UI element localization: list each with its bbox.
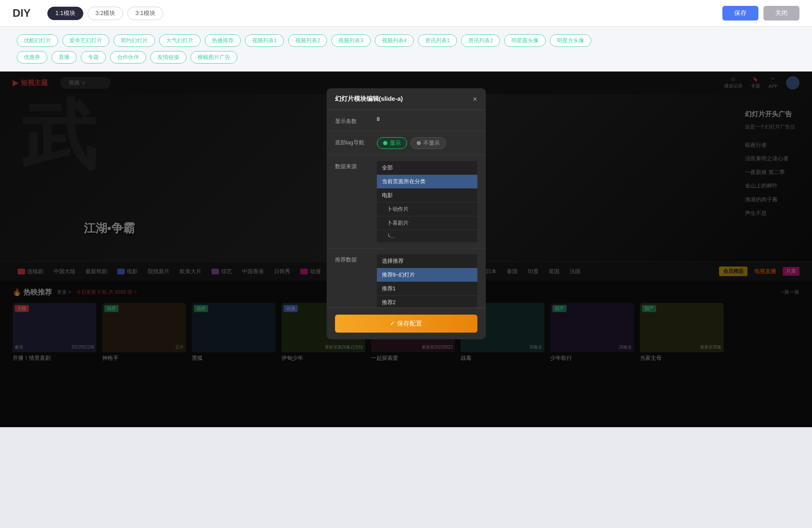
tag-item[interactable]: 热播推荐 [205, 34, 241, 47]
modal-close-button[interactable]: × [473, 95, 477, 103]
hide-dot [417, 141, 421, 145]
data-source-item[interactable]: 电影 [377, 189, 477, 202]
data-source-list: 全部当前页面所在分类电影卜动作片卜喜剧片└... [377, 161, 477, 242]
show-dot [383, 141, 387, 145]
recommend-item[interactable]: 选择推荐 [377, 254, 477, 268]
tag-item[interactable]: 简约幻灯片 [113, 34, 155, 47]
tag-item[interactable]: 优惠券 [17, 51, 47, 64]
modal-row-bottom-nav: 底部tag导航 显示 不显示 [327, 131, 486, 155]
recommend-item[interactable]: 推荐1 [377, 282, 477, 296]
tag-item[interactable]: 视频列表4 [375, 34, 414, 47]
recommend-item[interactable]: 推荐9~幻灯片 [377, 268, 477, 282]
modal-row-display-count: 显示条数 8 [327, 110, 486, 131]
show-label: 显示 [390, 139, 401, 147]
modal-row-data-source: 数据来源 全部当前页面所在分类电影卜动作片卜喜剧片└... [327, 155, 486, 249]
tag-item[interactable]: 合作伙伴 [110, 51, 146, 64]
modal-header: 幻灯片模块编辑(slide-a) × [327, 88, 486, 110]
tag-item[interactable]: 横幅图片广告 [191, 51, 237, 64]
top-bar: DIY 1:1模块 3:2模块 3:1模块 保存 关闭 [0, 0, 812, 27]
tag-item[interactable]: 视频列表2 [288, 34, 327, 47]
tag-area: 优酷幻灯片爱奇艺幻灯片简约幻灯片大气幻灯片热播推荐视频列表1视频列表2视频列表3… [0, 27, 812, 72]
modal-footer: ✓ 保存配置 [327, 308, 486, 339]
tag-item[interactable]: 视频列表1 [245, 34, 284, 47]
modal-body[interactable]: 显示条数 8 底部tag导航 显示 不显示 [327, 110, 486, 308]
data-source-item[interactable]: 全部 [377, 161, 477, 175]
data-source-item[interactable]: 卜喜剧片 [377, 216, 477, 230]
data-source-item[interactable]: 当前页面所在分类 [377, 175, 477, 189]
recommend-label: 推荐数据 [335, 254, 369, 264]
modal-dialog: 幻灯片模块编辑(slide-a) × 显示条数 8 底部tag导航 显示 [327, 88, 486, 339]
recommend-item[interactable]: 推荐2 [377, 296, 477, 308]
module-tabs: 1:1模块 3:2模块 3:1模块 [47, 7, 163, 20]
preview-area: ▶ 短视主题 视频 ∨ ⊙ 播放记录 🔖 专题 📱 APP 武 [0, 72, 812, 427]
top-bar-right: 保存 关闭 [722, 6, 799, 21]
data-source-item[interactable]: 卜动作片 [377, 202, 477, 216]
top-bar-left: DIY 1:1模块 3:2模块 3:1模块 [13, 7, 163, 20]
tag-item[interactable]: 视频列表3 [331, 34, 370, 47]
page-title: DIY [13, 7, 31, 20]
tag-item[interactable]: 友情链接 [150, 51, 186, 64]
data-source-label: 数据来源 [335, 161, 369, 170]
bottom-nav-hide[interactable]: 不显示 [410, 137, 446, 149]
bottom-nav-show[interactable]: 显示 [377, 137, 407, 149]
close-button[interactable]: 关闭 [763, 6, 799, 21]
tag-item[interactable]: 专题 [81, 51, 106, 64]
save-config-label: ✓ 保存配置 [390, 320, 422, 328]
hide-label: 不显示 [423, 139, 440, 147]
tag-item[interactable]: 大气幻灯片 [159, 34, 201, 47]
tag-item[interactable]: 明星方头像 [550, 34, 591, 47]
save-config-button[interactable]: ✓ 保存配置 [335, 315, 477, 333]
save-button[interactable]: 保存 [722, 6, 758, 21]
tag-row-1: 优酷幻灯片爱奇艺幻灯片简约幻灯片大气幻灯片热播推荐视频列表1视频列表2视频列表3… [17, 34, 795, 47]
recommend-list: 选择推荐推荐9~幻灯片推荐1推荐2推荐3推荐... [377, 254, 477, 308]
tag-item[interactable]: 资讯列表1 [418, 34, 457, 47]
modal-overlay: 幻灯片模块编辑(slide-a) × 显示条数 8 底部tag导航 显示 [0, 72, 812, 427]
tab-3-2[interactable]: 3:2模块 [88, 7, 123, 20]
tag-item[interactable]: 优酷幻灯片 [17, 34, 58, 47]
tag-item[interactable]: 资讯列表2 [461, 34, 500, 47]
display-count-label: 显示条数 [335, 116, 369, 125]
modal-row-recommend: 推荐数据 选择推荐推荐9~幻灯片推荐1推荐2推荐3推荐... [327, 249, 486, 308]
tag-item[interactable]: 爱奇艺幻灯片 [62, 34, 109, 47]
tab-1-1[interactable]: 1:1模块 [47, 7, 83, 20]
data-source-item[interactable]: └... [377, 230, 477, 242]
bottom-nav-toggle: 显示 不显示 [377, 137, 446, 149]
display-count-value: 8 [377, 116, 477, 122]
tag-row-2: 优惠券直播专题合作伙伴友情链接横幅图片广告 [17, 51, 795, 64]
modal-title: 幻灯片模块编辑(slide-a) [335, 95, 403, 103]
tag-item[interactable]: 明星圆头像 [504, 34, 546, 47]
tag-item[interactable]: 直播 [52, 51, 77, 64]
bottom-nav-label: 底部tag导航 [335, 137, 369, 146]
tab-3-1[interactable]: 3:1模块 [127, 7, 163, 20]
